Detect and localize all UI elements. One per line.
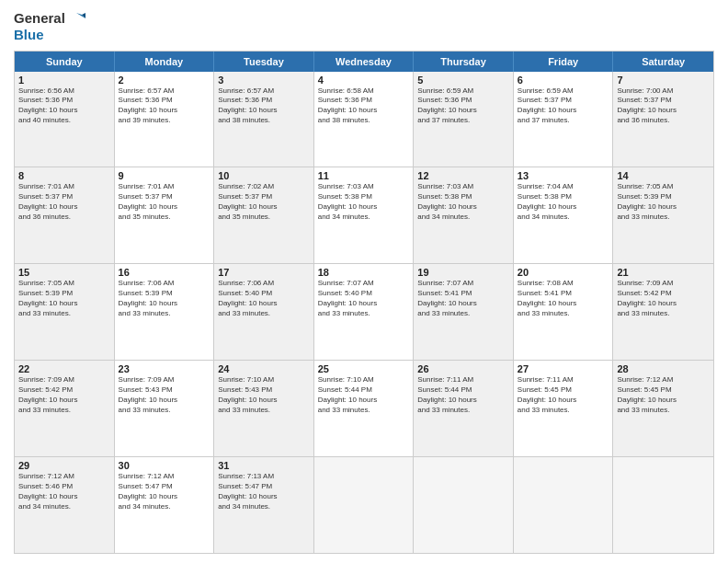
cal-cell-1: 1Sunrise: 6:56 AMSunset: 5:36 PMDaylight… [15, 72, 115, 167]
day-number: 19 [417, 267, 509, 278]
cal-cell-16: 16Sunrise: 7:06 AMSunset: 5:39 PMDayligh… [115, 264, 215, 360]
day-number: 18 [318, 267, 410, 278]
cal-cell-9: 9Sunrise: 7:01 AMSunset: 5:37 PMDaylight… [115, 167, 215, 263]
day-number: 11 [318, 170, 410, 181]
cal-cell-20: 20Sunrise: 7:08 AMSunset: 5:41 PMDayligh… [514, 264, 614, 360]
cell-info: Sunrise: 7:12 AMSunset: 5:47 PMDaylight:… [119, 472, 210, 511]
calendar-row-1: 8Sunrise: 7:01 AMSunset: 5:37 PMDaylight… [15, 167, 713, 264]
cell-info: Sunrise: 7:12 AMSunset: 5:46 PMDaylight:… [18, 472, 110, 511]
cal-cell-11: 11Sunrise: 7:03 AMSunset: 5:38 PMDayligh… [314, 167, 415, 263]
cal-cell-30: 30Sunrise: 7:12 AMSunset: 5:47 PMDayligh… [115, 457, 215, 553]
day-number: 13 [518, 170, 609, 181]
calendar-row-4: 29Sunrise: 7:12 AMSunset: 5:46 PMDayligh… [15, 457, 713, 553]
cal-cell-29: 29Sunrise: 7:12 AMSunset: 5:46 PMDayligh… [15, 457, 115, 553]
cell-info: Sunrise: 7:09 AMSunset: 5:42 PMDaylight:… [617, 279, 710, 318]
cell-info: Sunrise: 7:05 AMSunset: 5:39 PMDaylight:… [617, 182, 710, 222]
header-day-sunday: Sunday [15, 52, 115, 72]
calendar-header: SundayMondayTuesdayWednesdayThursdayFrid… [15, 52, 713, 72]
cell-info: Sunrise: 7:03 AMSunset: 5:38 PMDaylight:… [318, 182, 410, 222]
cell-info: Sunrise: 7:10 AMSunset: 5:43 PMDaylight:… [218, 375, 310, 415]
day-number: 6 [518, 75, 609, 86]
cell-info: Sunrise: 7:06 AMSunset: 5:40 PMDaylight:… [218, 279, 310, 318]
cell-info: Sunrise: 6:57 AMSunset: 5:36 PMDaylight:… [218, 86, 310, 126]
day-number: 12 [417, 170, 509, 181]
cell-info: Sunrise: 7:09 AMSunset: 5:42 PMDaylight:… [18, 375, 110, 415]
day-number: 3 [218, 75, 310, 86]
cal-cell-31: 31Sunrise: 7:13 AMSunset: 5:47 PMDayligh… [214, 457, 314, 553]
cell-info: Sunrise: 7:03 AMSunset: 5:38 PMDaylight:… [417, 182, 509, 222]
header-day-monday: Monday [115, 52, 215, 72]
cell-info: Sunrise: 7:04 AMSunset: 5:38 PMDaylight:… [518, 182, 609, 222]
day-number: 30 [119, 460, 210, 471]
cell-info: Sunrise: 6:56 AMSunset: 5:36 PMDaylight:… [18, 86, 110, 126]
day-number: 2 [119, 75, 210, 86]
cal-cell-4: 4Sunrise: 6:58 AMSunset: 5:36 PMDaylight… [314, 72, 415, 167]
day-number: 8 [18, 170, 110, 181]
cal-cell-7: 7Sunrise: 7:00 AMSunset: 5:37 PMDaylight… [613, 72, 713, 167]
cal-cell-empty [514, 457, 614, 553]
logo-bird-icon [67, 9, 85, 28]
cal-cell-14: 14Sunrise: 7:05 AMSunset: 5:39 PMDayligh… [613, 167, 713, 263]
day-number: 16 [119, 267, 210, 278]
cell-info: Sunrise: 7:10 AMSunset: 5:44 PMDaylight:… [318, 375, 410, 415]
day-number: 24 [218, 363, 310, 374]
header: General Blue [14, 9, 714, 43]
cal-cell-18: 18Sunrise: 7:07 AMSunset: 5:40 PMDayligh… [314, 264, 415, 360]
cal-cell-24: 24Sunrise: 7:10 AMSunset: 5:43 PMDayligh… [214, 361, 314, 456]
cell-info: Sunrise: 7:06 AMSunset: 5:39 PMDaylight:… [119, 279, 210, 318]
header-day-friday: Friday [514, 52, 614, 72]
day-number: 7 [617, 75, 710, 86]
cal-cell-27: 27Sunrise: 7:11 AMSunset: 5:45 PMDayligh… [514, 361, 614, 456]
cell-info: Sunrise: 6:57 AMSunset: 5:36 PMDaylight:… [119, 86, 210, 126]
day-number: 21 [617, 267, 710, 278]
cell-info: Sunrise: 7:07 AMSunset: 5:41 PMDaylight:… [417, 279, 509, 318]
cal-cell-23: 23Sunrise: 7:09 AMSunset: 5:43 PMDayligh… [115, 361, 215, 456]
day-number: 27 [518, 363, 609, 374]
page: General Blue SundayMondayTuesdayWednesda… [0, 0, 728, 563]
cal-cell-12: 12Sunrise: 7:03 AMSunset: 5:38 PMDayligh… [414, 167, 514, 263]
day-number: 26 [417, 363, 509, 374]
day-number: 15 [18, 267, 110, 278]
logo-general: General [14, 11, 65, 27]
cell-info: Sunrise: 7:13 AMSunset: 5:47 PMDaylight:… [218, 472, 310, 511]
cell-info: Sunrise: 7:07 AMSunset: 5:40 PMDaylight:… [318, 279, 410, 318]
cal-cell-5: 5Sunrise: 6:59 AMSunset: 5:36 PMDaylight… [414, 72, 514, 167]
cell-info: Sunrise: 7:01 AMSunset: 5:37 PMDaylight:… [18, 182, 110, 222]
header-day-tuesday: Tuesday [214, 52, 314, 72]
cell-info: Sunrise: 6:59 AMSunset: 5:37 PMDaylight:… [518, 86, 609, 126]
day-number: 5 [417, 75, 509, 86]
day-number: 31 [218, 460, 310, 471]
cal-cell-21: 21Sunrise: 7:09 AMSunset: 5:42 PMDayligh… [613, 264, 713, 360]
calendar-row-3: 22Sunrise: 7:09 AMSunset: 5:42 PMDayligh… [15, 361, 713, 457]
day-number: 20 [518, 267, 609, 278]
cal-cell-2: 2Sunrise: 6:57 AMSunset: 5:36 PMDaylight… [115, 72, 215, 167]
cell-info: Sunrise: 7:08 AMSunset: 5:41 PMDaylight:… [518, 279, 609, 318]
day-number: 10 [218, 170, 310, 181]
cal-cell-17: 17Sunrise: 7:06 AMSunset: 5:40 PMDayligh… [214, 264, 314, 360]
day-number: 1 [18, 75, 110, 86]
cell-info: Sunrise: 7:11 AMSunset: 5:45 PMDaylight:… [518, 375, 609, 415]
cell-info: Sunrise: 7:05 AMSunset: 5:39 PMDaylight:… [18, 279, 110, 318]
cal-cell-22: 22Sunrise: 7:09 AMSunset: 5:42 PMDayligh… [15, 361, 115, 456]
day-number: 4 [318, 75, 410, 86]
cal-cell-8: 8Sunrise: 7:01 AMSunset: 5:37 PMDaylight… [15, 167, 115, 263]
cell-info: Sunrise: 7:00 AMSunset: 5:37 PMDaylight:… [617, 86, 710, 126]
cal-cell-15: 15Sunrise: 7:05 AMSunset: 5:39 PMDayligh… [15, 264, 115, 360]
cal-cell-empty [613, 457, 713, 553]
cal-cell-empty [314, 457, 415, 553]
calendar-body: 1Sunrise: 6:56 AMSunset: 5:36 PMDaylight… [15, 72, 713, 554]
cell-info: Sunrise: 7:09 AMSunset: 5:43 PMDaylight:… [119, 375, 210, 415]
cell-info: Sunrise: 7:11 AMSunset: 5:44 PMDaylight:… [417, 375, 509, 415]
cell-info: Sunrise: 7:01 AMSunset: 5:37 PMDaylight:… [119, 182, 210, 222]
cal-cell-25: 25Sunrise: 7:10 AMSunset: 5:44 PMDayligh… [314, 361, 415, 456]
header-day-saturday: Saturday [613, 52, 713, 72]
cal-cell-3: 3Sunrise: 6:57 AMSunset: 5:36 PMDaylight… [214, 72, 314, 167]
day-number: 29 [18, 460, 110, 471]
calendar: SundayMondayTuesdayWednesdayThursdayFrid… [14, 51, 714, 555]
cal-cell-empty [414, 457, 514, 553]
cal-cell-26: 26Sunrise: 7:11 AMSunset: 5:44 PMDayligh… [414, 361, 514, 456]
day-number: 22 [18, 363, 110, 374]
day-number: 28 [617, 363, 710, 374]
cal-cell-10: 10Sunrise: 7:02 AMSunset: 5:37 PMDayligh… [214, 167, 314, 263]
day-number: 23 [119, 363, 210, 374]
